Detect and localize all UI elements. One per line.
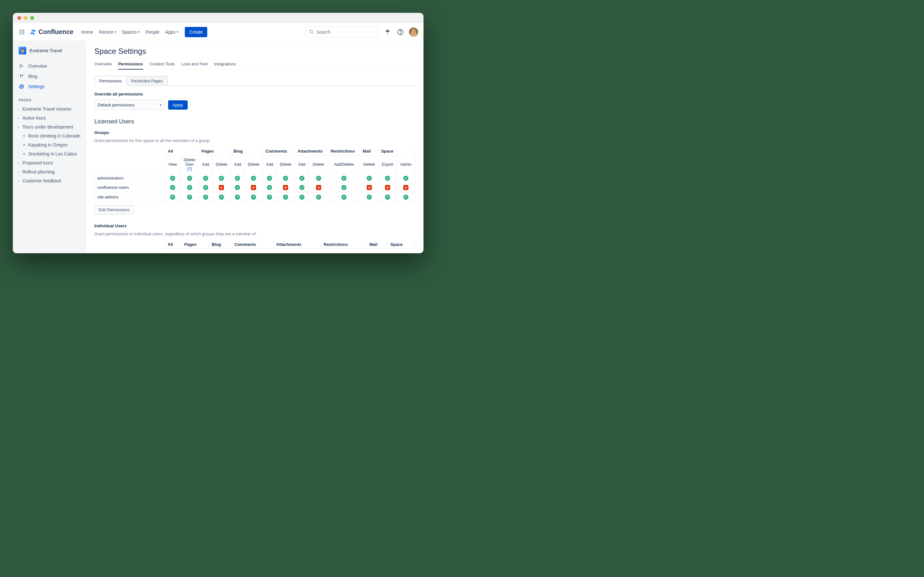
permission-cell[interactable]: ✓ — [244, 173, 263, 183]
page-tree-item[interactable]: ›Active tours — [15, 113, 84, 122]
tab-look-and-feel[interactable]: Look and Feel — [181, 59, 208, 69]
bullet-icon: • — [22, 133, 26, 139]
nav-people[interactable]: People — [145, 29, 160, 35]
svg-point-8 — [23, 33, 24, 34]
app-switcher-icon[interactable] — [18, 28, 26, 36]
nav-spaces[interactable]: Spaces▾ — [122, 29, 140, 35]
window-close-button[interactable] — [17, 16, 21, 20]
check-icon: ✓ — [267, 195, 272, 200]
group-name-cell: site-admins — [95, 192, 165, 202]
permission-cell[interactable]: ✓ — [180, 192, 199, 202]
permission-cell[interactable]: ✓ — [231, 183, 244, 192]
window-minimize-button[interactable] — [24, 16, 27, 20]
permission-cell[interactable]: ✓ — [231, 192, 244, 202]
permission-cell[interactable]: ✓ — [263, 173, 276, 183]
permission-cell[interactable]: ✓ — [199, 183, 212, 192]
notifications-icon[interactable] — [383, 27, 392, 37]
permission-cell[interactable]: ✓ — [378, 192, 397, 202]
permission-cell[interactable]: ✓ — [165, 173, 180, 183]
page-tree-item[interactable]: ›Customer feedback — [15, 176, 84, 185]
permission-cell[interactable]: ✓ — [309, 173, 328, 183]
tab-permissions[interactable]: Permissions — [118, 59, 143, 69]
permission-cell[interactable]: ✓ — [276, 192, 294, 202]
page-tree-item[interactable]: ›Proposed tours — [15, 158, 84, 167]
permission-cell[interactable]: ✓ — [263, 192, 276, 202]
permission-cell[interactable]: ✕ — [276, 183, 294, 192]
permission-cell[interactable]: ✓ — [212, 173, 231, 183]
permission-cell[interactable]: ✓ — [360, 192, 378, 202]
apply-button[interactable]: Apply — [168, 100, 188, 110]
check-icon: ✓ — [299, 185, 304, 190]
page-tree-label: Active tours — [23, 115, 46, 121]
edit-permissions-button[interactable]: Edit Permissions — [94, 205, 134, 214]
permission-cell[interactable]: ✓ — [328, 173, 360, 183]
col-sub: Add — [231, 156, 244, 173]
svg-point-16 — [21, 86, 22, 87]
window-titlebar — [13, 13, 423, 23]
permission-cell[interactable]: ✕ — [309, 183, 328, 192]
page-tree-item[interactable]: ›Rollout planning — [15, 167, 84, 176]
page-tree-item[interactable]: •Snorkeling in Los Cabos — [15, 149, 84, 158]
user-avatar[interactable] — [409, 27, 418, 37]
permission-cell[interactable]: ✕ — [378, 183, 397, 192]
space-header[interactable]: 🦉 Exxtreme Travel — [13, 47, 86, 60]
permission-cell[interactable]: ✓ — [244, 192, 263, 202]
permission-cell[interactable]: ✓ — [165, 192, 180, 202]
permission-cell[interactable]: ✓ — [360, 173, 378, 183]
tab-overview[interactable]: Overview — [94, 59, 111, 69]
page-tree-item[interactable]: •Rock climbing in Colorado — [15, 131, 84, 140]
permission-cell[interactable]: ✕ — [212, 183, 231, 192]
chevron-right-icon: › — [16, 116, 21, 120]
search-box[interactable] — [305, 27, 379, 37]
col-group-space: Space — [378, 147, 415, 156]
nav-apps[interactable]: Apps▾ — [165, 29, 178, 35]
permission-cell[interactable]: ✓ — [180, 173, 199, 183]
permission-cell[interactable]: ✓ — [165, 183, 180, 192]
check-icon: ✓ — [316, 195, 321, 200]
sidebar-item-settings[interactable]: Settings — [15, 81, 83, 92]
page-tree-item[interactable]: ›Exxtreme Travel mission — [15, 105, 84, 113]
permission-cell[interactable]: ✓ — [378, 173, 397, 183]
subtab-permissions[interactable]: Permissions — [94, 76, 126, 86]
page-tree-item[interactable]: ›Tours under development — [15, 122, 84, 131]
override-permissions-select[interactable]: Default permissions ▾ — [94, 100, 165, 110]
permission-cell[interactable]: ✕ — [244, 183, 263, 192]
permission-cell[interactable]: ✓ — [263, 183, 276, 192]
window-zoom-button[interactable] — [30, 16, 34, 20]
groups-permissions-table: AllPagesBlogCommentsAttachmentsRestricti… — [94, 147, 415, 202]
permission-cell[interactable]: ✓ — [309, 192, 328, 202]
delete-own-help-link[interactable]: [?] — [187, 167, 192, 171]
permission-cell[interactable]: ✓ — [180, 183, 199, 192]
permission-cell[interactable]: ✓ — [199, 192, 212, 202]
permission-cell[interactable]: ✓ — [397, 173, 415, 183]
subtab-restricted-pages[interactable]: Restricted Pages — [126, 76, 168, 86]
tab-content-tools[interactable]: Content Tools — [150, 59, 175, 69]
permission-cell[interactable]: ✓ — [199, 173, 212, 183]
page-tree-item[interactable]: •Kayaking in Oregon — [15, 140, 84, 149]
page-tree-label: Kayaking in Oregon — [28, 142, 68, 147]
check-icon: ✓ — [219, 195, 224, 200]
permission-cell[interactable]: ✓ — [295, 192, 309, 202]
create-button[interactable]: Create — [185, 27, 207, 37]
nav-home[interactable]: Home — [81, 29, 93, 35]
permission-cell[interactable]: ✓ — [276, 173, 294, 183]
permission-cell[interactable]: ✕ — [360, 183, 378, 192]
permission-cell[interactable]: ✓ — [397, 192, 415, 202]
permission-cell[interactable]: ✕ — [397, 183, 415, 192]
check-icon: ✓ — [267, 185, 272, 190]
tab-integrations[interactable]: Integrations — [214, 59, 236, 69]
permission-cell[interactable]: ✓ — [328, 192, 360, 202]
nav-recent[interactable]: Recent▾ — [99, 29, 116, 35]
permission-cell[interactable]: ✓ — [295, 173, 309, 183]
permission-cell[interactable]: ✓ — [328, 183, 360, 192]
sidebar-item-overview[interactable]: Overview — [15, 61, 83, 71]
permission-cell[interactable]: ✓ — [231, 173, 244, 183]
col-group-all: All — [165, 147, 199, 156]
help-icon[interactable] — [396, 27, 405, 37]
permission-cell[interactable]: ✓ — [295, 183, 309, 192]
sidebar-item-label: Settings — [28, 84, 45, 89]
permission-cell[interactable]: ✓ — [212, 192, 231, 202]
sidebar-item-blog[interactable]: Blog — [15, 71, 83, 81]
search-input[interactable] — [317, 29, 376, 35]
product-logo[interactable]: Confluence — [29, 28, 73, 35]
